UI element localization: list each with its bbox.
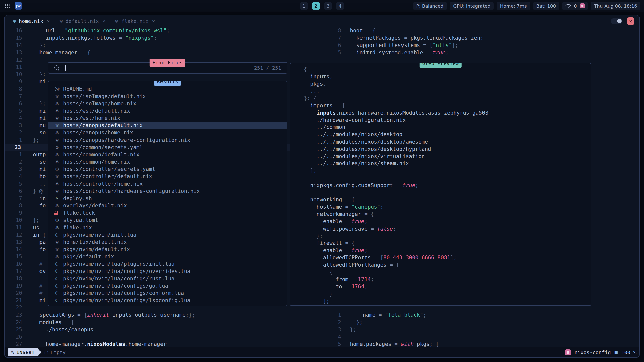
logo-badge[interactable]: JW xyxy=(15,2,22,10)
result-item[interactable]: ☾pkgs/nvim/nvim/lua/configs/overrides.lu… xyxy=(48,268,287,275)
code-line: }; xyxy=(294,232,591,240)
workspace-2[interactable]: 2 xyxy=(312,2,320,10)
result-item[interactable]: ☾pkgs/nvim/nvim/lua/plugins/init.lua xyxy=(48,260,287,268)
tab-flake.nix[interactable]: ❄flake.nix× xyxy=(112,17,158,25)
nix-icon: ❄ xyxy=(54,253,60,260)
result-filename: home/tux/default.nix xyxy=(63,239,127,246)
lua-icon: ☾ xyxy=(54,268,60,275)
line-number: 6 xyxy=(5,188,23,195)
result-filename: pkgs/nvim/nvim/lua/configs/go.lua xyxy=(63,282,168,290)
result-filename: flake.nix xyxy=(63,224,92,231)
system-tray[interactable]: 0 xyxy=(562,2,588,10)
battery[interactable]: Bat: 100 xyxy=(533,2,559,10)
code-line: ../../modules/nixos/desktop xyxy=(294,131,591,138)
power-profile[interactable]: P: Balanced xyxy=(413,2,447,10)
result-item[interactable]: ❄hosts/common/home.nix xyxy=(48,158,287,166)
network-latency[interactable]: Home: 7ms xyxy=(497,2,530,10)
status-chips: P: BalancedGPU: IntegratedHome: 7msBat: … xyxy=(413,2,559,10)
result-item[interactable]: ☾pkgs/nvim/nvim/lua/configs/rust.lua xyxy=(48,275,287,282)
code-line: 4 xyxy=(290,333,639,341)
tab-close-icon[interactable]: × xyxy=(102,18,105,24)
code-line: allowedTCPPorts = [80 443 3000 6666 8081… xyxy=(294,254,591,261)
result-item[interactable]: ❄hosts/controller/default.nix xyxy=(48,173,287,180)
result-item[interactable]: ⚙stylua.toml xyxy=(48,217,287,224)
result-item[interactable]: ❄pkgs/default.nix xyxy=(48,253,287,260)
code-line: networkmanager = { xyxy=(294,211,591,218)
result-item[interactable]: ☾pkgs/nvim/nvim/lua/configs/lspconfig.lu… xyxy=(48,297,287,304)
shell-icon: $ xyxy=(54,195,60,202)
line-number: 9 xyxy=(5,78,23,85)
lock-icon xyxy=(54,211,60,215)
lua-icon: ☾ xyxy=(54,282,60,290)
color-picker-icon[interactable] xyxy=(580,3,585,8)
tab-default.nix[interactable]: ❄default.nix× xyxy=(56,17,108,25)
result-item[interactable]: ❄pkgs/nvim/default.nix xyxy=(48,246,287,253)
result-item[interactable]: ❄hosts/isoImage/home.nix xyxy=(48,100,287,107)
result-item[interactable]: ❄hosts/canopus/hardware-configuration.ni… xyxy=(48,137,287,144)
result-item[interactable]: ⚙hosts/controller/secrets.yaml xyxy=(48,166,287,173)
line-number: 2 xyxy=(290,319,342,326)
line-number: 14 xyxy=(5,246,23,253)
text-cursor xyxy=(65,65,66,71)
workspace-4[interactable]: 4 xyxy=(336,2,344,10)
nix-icon: ❄ xyxy=(54,239,60,246)
result-item[interactable]: ❄flake.nix xyxy=(48,224,287,231)
tabline: ❄home.nix×❄default.nix×❄flake.nix× × xyxy=(5,15,639,27)
gpu-mode[interactable]: GPU: Integrated xyxy=(450,2,494,10)
telescope-prompt[interactable]: Find Files 251 / 251 xyxy=(48,62,287,74)
code-line: 16 url = "github:nix-community/nixos-wsl… xyxy=(5,27,290,34)
tab-close-icon[interactable]: × xyxy=(152,18,155,24)
result-item[interactable]: ☾pkgs/nvim/nvim/lua/configs/go.lua xyxy=(48,282,287,290)
result-item[interactable]: ☾pkgs/nvim/nvim/lua/configs/conform.lua xyxy=(48,290,287,297)
tab-close-icon[interactable]: × xyxy=(47,18,50,24)
result-item[interactable]: ⚙hosts/common/secrets.yaml xyxy=(48,144,287,151)
line-number: 12 xyxy=(5,231,23,239)
line-number: 9 xyxy=(5,209,23,217)
tab-home.nix[interactable]: ❄home.nix× xyxy=(10,17,53,25)
search-icon xyxy=(54,65,60,71)
result-item[interactable]: ❄hosts/controller/hardware-configuration… xyxy=(48,188,287,195)
result-item[interactable]: ❄hosts/wsl/default.nix xyxy=(48,107,287,115)
line-number: 5 xyxy=(290,49,342,56)
tab-label: default.nix xyxy=(66,18,99,24)
nix-blue-icon: ❄ xyxy=(54,122,60,129)
code-line: 13 home-manager = { xyxy=(5,49,290,56)
tab-label: flake.nix xyxy=(121,18,148,24)
line-number: 4 xyxy=(290,333,342,341)
result-item[interactable]: ❄hosts/isoImage/default.nix xyxy=(48,93,287,100)
line-number: 8 xyxy=(5,85,23,93)
result-filename: hosts/controller/home.nix xyxy=(63,180,143,188)
result-item[interactable]: ❄hosts/canopus/default.nix xyxy=(48,122,287,129)
line-number: 7 xyxy=(5,195,23,202)
line-number: 21 xyxy=(5,297,23,304)
file-label: Empty xyxy=(51,349,66,355)
result-filename: hosts/canopus/home.nix xyxy=(63,129,133,137)
result-item[interactable]: ❄hosts/common/default.nix xyxy=(48,151,287,158)
code-line: { xyxy=(294,268,591,276)
code-line: 27 home-manager.nixosModules.home-manage… xyxy=(5,341,290,347)
layout-toggle[interactable] xyxy=(611,18,622,24)
clock[interactable]: Thu Aug 08, 18:16 xyxy=(591,2,640,10)
result-item[interactable]: ☾pkgs/nvim/nvim/init.lua xyxy=(48,231,287,239)
workspace-1[interactable]: 1 xyxy=(300,2,308,10)
result-item[interactable]: ❄home/tux/default.nix xyxy=(48,239,287,246)
lua-icon: ☾ xyxy=(54,275,60,282)
tab-label: home.nix xyxy=(19,18,43,24)
result-filename: hosts/isoImage/home.nix xyxy=(63,100,136,107)
nix-icon: ❄ xyxy=(54,188,60,195)
result-item[interactable]: ❄hosts/wsl/home.nix xyxy=(48,115,287,122)
window-close-button[interactable]: × xyxy=(627,17,634,25)
result-filename: hosts/canopus/default.nix xyxy=(63,122,143,129)
workspace-3[interactable]: 3 xyxy=(324,2,332,10)
result-item[interactable]: flake.lock xyxy=(48,209,287,217)
line-number: 20 xyxy=(5,290,23,297)
result-item[interactable]: $deploy.sh xyxy=(48,195,287,202)
result-item[interactable]: ❄overlays/default.nix xyxy=(48,202,287,209)
code-line: ../../modules/nixos/steam.nix xyxy=(294,160,591,167)
apps-grid-icon[interactable] xyxy=(4,2,11,10)
result-item[interactable]: ⓂREADME.md xyxy=(48,85,287,93)
result-item[interactable]: ❄hosts/controller/home.nix xyxy=(48,180,287,188)
result-filename: overlays/default.nix xyxy=(63,202,127,209)
result-item[interactable]: ❄hosts/canopus/home.nix xyxy=(48,129,287,137)
editor-area: 16 url = "github:nix-community/nixos-wsl… xyxy=(5,27,639,347)
